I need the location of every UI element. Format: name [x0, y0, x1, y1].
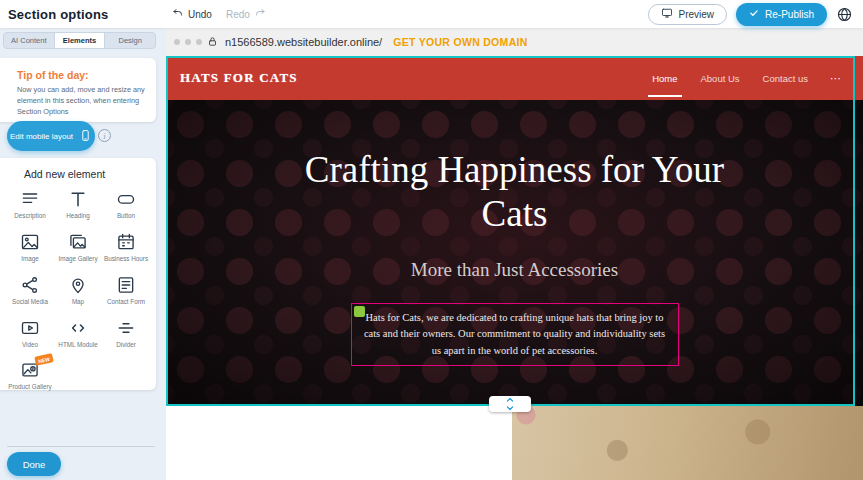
element-grid: Description Heading Button: [0, 189, 156, 391]
topbar: Section options Undo Redo Preview: [0, 0, 863, 28]
nav-home[interactable]: Home: [651, 70, 678, 87]
preview-button[interactable]: Preview: [648, 4, 728, 25]
tab-design[interactable]: Design: [105, 33, 155, 48]
element-label: Button: [117, 212, 135, 220]
done-button[interactable]: Done: [7, 452, 61, 476]
browser-dot: [185, 39, 191, 45]
topbar-actions: Preview Re-Publish: [648, 3, 863, 26]
undo-icon: [172, 7, 184, 21]
image-gallery-icon: [68, 232, 88, 252]
element-business-hours[interactable]: Business Hours: [102, 232, 150, 263]
preview-label: Preview: [679, 9, 715, 20]
hero-title[interactable]: Crafting Happiness for Your Cats: [300, 148, 730, 237]
browser-dot: [196, 39, 202, 45]
element-label: Heading: [66, 212, 89, 220]
tip-card: Tip of the day: Now you can add, move an…: [0, 58, 156, 122]
element-image-gallery[interactable]: Image Gallery: [54, 232, 102, 263]
edit-mobile-label: Edit mobile layout: [10, 132, 73, 141]
tab-ai-content[interactable]: AI Content: [4, 33, 55, 48]
lock-icon: [207, 33, 218, 51]
nav-label: Contact us: [763, 73, 808, 84]
element-html-module[interactable]: HTML Module: [54, 318, 102, 349]
site-logo[interactable]: HATS FOR CATS: [180, 70, 298, 86]
browser-dot: [174, 39, 180, 45]
section-resize-handle[interactable]: [489, 396, 531, 412]
nav-active-underline: [648, 95, 681, 97]
map-pin-icon: [68, 275, 88, 295]
element-map[interactable]: Map: [54, 275, 102, 306]
text-element-icon: [354, 306, 365, 317]
contact-form-icon: [116, 275, 136, 295]
monitor-icon: [661, 7, 673, 21]
element-contact-form[interactable]: Contact Form: [102, 275, 150, 306]
get-domain-link[interactable]: GET YOUR OWN DOMAIN: [393, 36, 527, 48]
element-social-media[interactable]: Social Media: [6, 275, 54, 306]
nav-label: Home: [652, 73, 677, 84]
element-button[interactable]: Button: [102, 189, 150, 220]
republish-label: Re-Publish: [765, 9, 814, 20]
redo-button[interactable]: Redo: [226, 7, 266, 21]
globe-icon[interactable]: [836, 6, 853, 23]
preview-area: n1566589.websitebuilder.online/ GET YOUR…: [166, 28, 863, 480]
hero-paragraph-selected[interactable]: Hats for Cats, we are dedicated to craft…: [351, 303, 679, 366]
element-image[interactable]: Image: [6, 232, 54, 263]
info-icon[interactable]: i: [98, 129, 111, 142]
site-header: HATS FOR CATS Home About Us Contact us ⋯: [166, 56, 863, 100]
sidebar-tabs: AI Content Elements Design: [3, 32, 156, 49]
element-label: HTML Module: [58, 341, 97, 349]
republish-button[interactable]: Re-Publish: [736, 3, 827, 26]
sidebar-divider: [7, 446, 155, 447]
element-product-gallery[interactable]: NEW Product Gallery: [6, 360, 54, 391]
site-preview: HATS FOR CATS Home About Us Contact us ⋯: [166, 56, 863, 406]
element-label: Divider: [116, 341, 136, 349]
tip-title: Tip of the day:: [17, 69, 148, 81]
divider-icon: [116, 318, 136, 338]
nav-contact-us[interactable]: Contact us: [762, 70, 809, 87]
hero-paragraph-text: Hats for Cats, we are dedicated to craft…: [364, 312, 665, 356]
hero-subtitle[interactable]: More than Just Accessories: [411, 259, 618, 281]
image-icon: [20, 232, 40, 252]
redo-icon: [254, 7, 266, 21]
element-label: Image Gallery: [58, 255, 97, 263]
sidebar: AI Content Elements Design Tip of the da…: [0, 28, 166, 480]
nav-about-us[interactable]: About Us: [700, 70, 741, 87]
product-gallery-icon: NEW: [20, 360, 40, 380]
check-icon: [749, 8, 759, 20]
nav-label: About Us: [701, 73, 740, 84]
add-element-panel: Add new element Description Heading: [0, 158, 156, 390]
new-badge: NEW: [35, 354, 54, 366]
site-url: n1566589.websitebuilder.online/: [225, 36, 382, 48]
undo-button[interactable]: Undo: [172, 7, 212, 21]
add-element-title: Add new element: [0, 168, 156, 180]
hero-section: Crafting Happiness for Your Cats More th…: [166, 100, 863, 406]
undo-label: Undo: [188, 9, 212, 20]
next-section-photo: [512, 406, 863, 480]
edit-mobile-layout-button[interactable]: Edit mobile layout: [7, 121, 95, 151]
page-title: Section options: [0, 7, 109, 22]
element-label: Business Hours: [104, 255, 148, 263]
element-label: Map: [72, 298, 84, 306]
browser-bar: n1566589.websitebuilder.online/ GET YOUR…: [166, 28, 863, 56]
nav-more-icon[interactable]: ⋯: [830, 72, 841, 85]
redo-label: Redo: [226, 9, 250, 20]
tab-elements[interactable]: Elements: [55, 33, 106, 48]
element-label: Contact Form: [107, 298, 145, 306]
tip-body: Now you can add, move and resize any ele…: [17, 85, 147, 118]
element-heading[interactable]: Heading: [54, 189, 102, 220]
site-nav: Home About Us Contact us ⋯: [651, 70, 841, 87]
element-label: Video: [22, 341, 38, 349]
next-section: [166, 406, 863, 480]
code-icon: [68, 318, 88, 338]
element-label: Product Gallery: [8, 383, 51, 391]
social-media-icon: [20, 275, 40, 295]
element-divider[interactable]: Divider: [102, 318, 150, 349]
element-label: Image: [21, 255, 39, 263]
element-label: Social Media: [12, 298, 48, 306]
element-description[interactable]: Description: [6, 189, 54, 220]
heading-icon: [68, 189, 88, 209]
video-icon: [20, 318, 40, 338]
element-video[interactable]: Video: [6, 318, 54, 349]
button-icon: [116, 189, 136, 209]
app-root: Section options Undo Redo Preview: [0, 0, 863, 480]
element-label: Description: [14, 212, 46, 220]
